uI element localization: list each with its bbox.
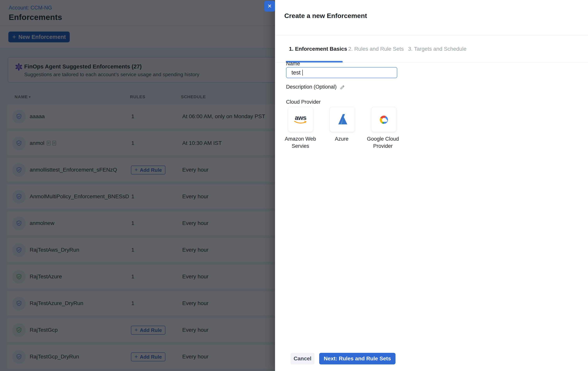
description-row: Description (Optional) <box>286 84 346 90</box>
provider-label-azure: Azure <box>320 135 363 142</box>
provider-label-gcp: Google Cloud Provider <box>362 135 404 150</box>
azure-logo-icon <box>336 113 349 126</box>
close-drawer-button[interactable]: ✕ <box>264 1 275 12</box>
text-caret <box>302 70 303 76</box>
description-label: Description (Optional) <box>286 84 336 90</box>
provider-label-aws: Amazon Web Servies <box>279 135 322 150</box>
cloud-provider-options: aws <box>288 107 397 132</box>
create-enforcement-drawer: Create a new Enforcement 1. Enforcement … <box>275 0 588 371</box>
cloud-provider-label: Cloud Provider <box>286 99 321 105</box>
edit-description-icon[interactable] <box>340 84 346 90</box>
enforcements-screen: Account: CCM-NG Enforcements + New Enfor… <box>0 0 588 371</box>
google-cloud-logo-icon <box>378 113 390 126</box>
tab-targets-and-schedule[interactable]: 3. Targets and Schedule <box>408 35 466 62</box>
gcp-logo-card[interactable] <box>371 107 397 132</box>
close-icon: ✕ <box>267 3 272 9</box>
cancel-button[interactable]: Cancel <box>291 353 315 364</box>
name-input-wrap <box>286 67 397 78</box>
tab-enforcement-basics[interactable]: 1. Enforcement Basics <box>289 35 347 62</box>
aws-logo-icon: aws <box>294 115 307 124</box>
provider-card-aws[interactable]: aws <box>288 107 313 132</box>
provider-card-azure[interactable] <box>330 107 355 132</box>
name-input[interactable] <box>286 67 397 78</box>
tab-rules-and-rule-sets[interactable]: 2. Rules and Rule Sets <box>348 35 404 62</box>
wizard-tabs: 1. Enforcement Basics 2. Rules and Rule … <box>275 35 588 62</box>
next-rules-button[interactable]: Next: Rules and Rule Sets <box>319 353 396 364</box>
name-label: Name <box>286 61 300 67</box>
drawer-title: Create a new Enforcement <box>284 12 367 20</box>
